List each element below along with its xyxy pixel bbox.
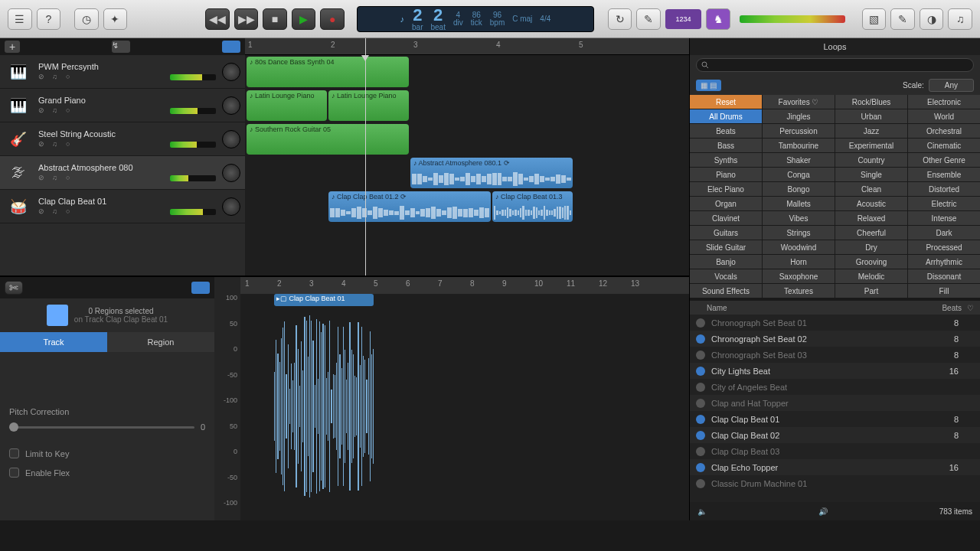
editors-button[interactable]: ▧ bbox=[862, 8, 887, 30]
solo-button[interactable]: ♫ bbox=[52, 174, 63, 183]
loop-tag[interactable]: Dissonant bbox=[908, 269, 980, 283]
loop-list-item[interactable]: Classic Drum Machine 01 bbox=[690, 475, 980, 491]
mute-button[interactable]: ⊘ bbox=[38, 140, 49, 149]
track-row[interactable]: 🥁 Clap Clap Beat 01 ⊘ ♫ ○ bbox=[0, 190, 245, 223]
mute-button[interactable]: ⊘ bbox=[38, 106, 49, 116]
library-button[interactable]: ☰ bbox=[8, 8, 32, 30]
play-button[interactable]: ▶ bbox=[292, 8, 316, 30]
solo-button[interactable]: ♫ bbox=[52, 106, 63, 116]
pan-knob[interactable] bbox=[222, 96, 240, 115]
loop-tag[interactable]: Beats bbox=[690, 124, 762, 138]
scale-select[interactable]: Any bbox=[929, 79, 974, 92]
track-row[interactable]: 🎹 Grand Piano ⊘ ♫ ○ bbox=[0, 89, 245, 122]
loop-tag[interactable]: Strings bbox=[763, 226, 835, 240]
media-button[interactable]: ♫ bbox=[948, 8, 972, 30]
list-header-beats[interactable]: Beats bbox=[942, 304, 962, 312]
loop-tag[interactable]: Reset bbox=[690, 95, 762, 109]
loop-tag[interactable]: Bongo bbox=[763, 182, 835, 196]
loop-tag[interactable]: Conga bbox=[763, 168, 835, 181]
loops-search-input[interactable] bbox=[696, 58, 974, 72]
tab-track[interactable]: Track bbox=[0, 332, 107, 352]
loop-tag[interactable]: Part bbox=[835, 284, 907, 298]
loop-tag[interactable]: Relaxed bbox=[835, 211, 907, 225]
lcd-display[interactable]: ♪ 2bar 2beat 4div 86tick 96bpm C maj 4/4 bbox=[357, 6, 594, 32]
pitch-correction-slider[interactable] bbox=[9, 426, 194, 429]
tab-region[interactable]: Region bbox=[107, 332, 214, 352]
region[interactable]: ♪ 80s Dance Bass Synth 04 bbox=[247, 57, 409, 87]
pan-knob[interactable] bbox=[222, 197, 240, 216]
input-monitor-button[interactable]: ○ bbox=[66, 140, 77, 149]
loop-tag[interactable]: Arrhythmic bbox=[908, 255, 980, 269]
loop-tag[interactable]: Distorted bbox=[908, 182, 980, 196]
automation-toggle[interactable]: ↯ bbox=[112, 41, 130, 53]
loop-tag[interactable]: Synths bbox=[690, 153, 762, 167]
loop-tag[interactable]: Orchestral bbox=[908, 124, 980, 138]
track-header-view[interactable] bbox=[222, 41, 240, 53]
region[interactable]: ♪ Latin Lounge Piano bbox=[328, 90, 409, 121]
loop-tag[interactable]: Country bbox=[835, 153, 907, 167]
loop-tag[interactable]: Grooving bbox=[835, 255, 907, 269]
record-button[interactable]: ● bbox=[320, 8, 345, 30]
mute-button[interactable]: ⊘ bbox=[38, 174, 49, 183]
input-monitor-button[interactable]: ○ bbox=[66, 174, 77, 183]
loop-tag[interactable]: Organ bbox=[690, 197, 762, 210]
loop-tag[interactable]: Bass bbox=[690, 139, 762, 152]
loop-tag[interactable]: World bbox=[908, 109, 980, 123]
loop-tag[interactable]: Urban bbox=[835, 109, 907, 123]
loop-tag[interactable]: Piano bbox=[690, 168, 762, 181]
loop-list-item[interactable]: Clap and Hat Topper bbox=[690, 395, 980, 411]
track-row[interactable]: 🎸 Steel String Acoustic ⊘ ♫ ○ bbox=[0, 122, 245, 156]
editor-wave-area[interactable]: 12345678910111213 ▸▢ Clap Clap Beat 01 bbox=[240, 277, 689, 520]
loop-tag[interactable]: Intense bbox=[908, 211, 980, 225]
playhead[interactable] bbox=[365, 38, 366, 276]
loop-tag[interactable]: Fill bbox=[908, 284, 980, 298]
add-track-button[interactable]: + bbox=[5, 41, 20, 53]
loops-results-list[interactable]: Chronograph Set Beat 01 8 Chronograph Se… bbox=[690, 315, 980, 502]
loop-tag[interactable]: Electronic bbox=[908, 95, 980, 109]
loop-tag[interactable]: Vibes bbox=[763, 211, 835, 225]
timeline-area[interactable]: 12345 ♪ 80s Dance Bass Synth 04♪ Latin L… bbox=[245, 38, 689, 276]
loop-tag[interactable]: Guitars bbox=[690, 226, 762, 240]
loop-tag[interactable]: Saxophone bbox=[763, 269, 835, 283]
preview-volume-icon[interactable]: 🔊 bbox=[818, 507, 828, 516]
loop-tag[interactable]: All Drums bbox=[690, 109, 762, 123]
region[interactable]: ♪ Clap Clap Beat 01.3 bbox=[492, 191, 573, 222]
loop-tag[interactable]: Processed bbox=[908, 240, 980, 254]
loop-tag[interactable]: Slide Guitar bbox=[690, 240, 762, 254]
input-monitor-button[interactable]: ○ bbox=[66, 106, 77, 116]
mute-button[interactable]: ⊘ bbox=[38, 207, 49, 217]
timeline-ruler[interactable]: 12345 bbox=[245, 38, 689, 55]
loop-tag[interactable]: Electric bbox=[908, 197, 980, 210]
editor-view-toggle[interactable] bbox=[191, 282, 210, 294]
rewind-button[interactable]: ◀◀ bbox=[205, 8, 230, 30]
loop-list-item[interactable]: City Lights Beat 16 bbox=[690, 363, 980, 379]
loop-tag[interactable]: Experimental bbox=[835, 139, 907, 152]
mute-button[interactable]: ⊘ bbox=[38, 73, 49, 82]
loops-button[interactable]: ◑ bbox=[920, 8, 944, 30]
pan-knob[interactable] bbox=[222, 130, 240, 148]
loop-tag[interactable]: Other Genre bbox=[908, 153, 980, 167]
capture-button[interactable]: ♞ bbox=[706, 8, 730, 30]
region[interactable]: ♪ Latin Lounge Piano bbox=[247, 90, 327, 121]
loop-tag[interactable]: Single bbox=[835, 168, 907, 181]
region[interactable]: ♪ Southern Rock Guitar 05 bbox=[247, 124, 409, 155]
editor-region-header[interactable]: ▸▢ Clap Clap Beat 01 bbox=[274, 294, 374, 306]
loop-tag[interactable]: Dry bbox=[835, 240, 907, 254]
count-in-display[interactable]: 1234 bbox=[665, 9, 701, 29]
notes-button[interactable]: ✎ bbox=[890, 8, 915, 30]
loop-tag[interactable]: Shaker bbox=[763, 153, 835, 167]
loop-list-item[interactable]: Chronograph Set Beat 03 8 bbox=[690, 347, 980, 363]
loop-tag[interactable]: Mallets bbox=[763, 197, 835, 210]
loop-tag[interactable]: Horn bbox=[763, 255, 835, 269]
loop-tag[interactable]: Vocals bbox=[690, 269, 762, 283]
limit-to-key-checkbox[interactable] bbox=[9, 448, 19, 458]
editor-scissors-icon[interactable]: ✄ bbox=[5, 281, 23, 295]
input-monitor-button[interactable]: ○ bbox=[66, 207, 77, 217]
loop-tag[interactable]: Banjo bbox=[690, 255, 762, 269]
loop-tag[interactable]: Clavinet bbox=[690, 211, 762, 225]
loop-tag[interactable]: Favorites ♡ bbox=[763, 95, 835, 109]
loop-tag[interactable]: Textures bbox=[763, 284, 835, 298]
loop-tag[interactable]: Percussion bbox=[763, 124, 835, 138]
pan-knob[interactable] bbox=[222, 63, 240, 81]
track-row[interactable]: 🎹 PWM Percsynth ⊘ ♫ ○ bbox=[0, 55, 245, 89]
